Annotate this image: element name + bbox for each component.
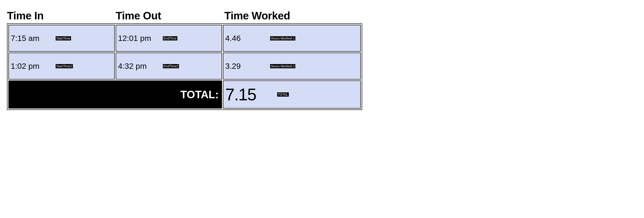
field-tag: EndTime2 — [163, 64, 179, 68]
header-row: Time In Time Out Time Worked — [7, 9, 362, 22]
time-in-cell[interactable]: 7:15 am StartTime — [8, 25, 115, 52]
time-out-value: 12:01 pm — [118, 34, 151, 43]
time-grid: 7:15 am StartTime 12:01 pm EndTime 4.46 … — [7, 23, 362, 110]
field-tag: StartTime — [56, 36, 71, 41]
table-row: 1:02 pm StartTime2 4:32 pm EndTime2 3.29… — [8, 53, 361, 80]
time-in-cell[interactable]: 1:02 pm StartTime2 — [8, 53, 115, 80]
time-in-value: 1:02 pm — [11, 62, 40, 71]
field-tag: StartTime2 — [56, 64, 73, 68]
time-out-cell[interactable]: 4:32 pm EndTime2 — [116, 53, 222, 80]
total-label: TOTAL: — [8, 80, 222, 109]
header-time-out: Time Out — [116, 9, 224, 22]
header-time-worked: Time Worked — [224, 9, 362, 22]
field-tag: TOTAL — [277, 92, 289, 97]
time-worked-value: 3.29 — [225, 62, 241, 71]
total-row: TOTAL: 7.15 TOTAL — [8, 80, 361, 109]
total-cell[interactable]: 7.15 TOTAL — [223, 80, 361, 109]
field-tag: EndTime — [163, 36, 177, 41]
header-time-in: Time In — [7, 9, 116, 22]
field-tag: Hours-Worked-1 — [270, 36, 295, 41]
table-row: 7:15 am StartTime 12:01 pm EndTime 4.46 … — [8, 25, 361, 52]
field-tag: Hours-Worked-2 — [270, 64, 295, 68]
time-out-cell[interactable]: 12:01 pm EndTime — [116, 25, 222, 52]
time-out-value: 4:32 pm — [118, 62, 147, 71]
time-worked-cell[interactable]: 3.29 Hours-Worked-2 — [223, 53, 361, 80]
time-worked-value: 4.46 — [225, 34, 241, 43]
time-in-value: 7:15 am — [11, 34, 40, 43]
timesheet-table: Time In Time Out Time Worked 7:15 am Sta… — [7, 9, 362, 110]
time-worked-cell[interactable]: 4.46 Hours-Worked-1 — [223, 25, 361, 52]
total-value: 7.15 — [225, 85, 256, 104]
